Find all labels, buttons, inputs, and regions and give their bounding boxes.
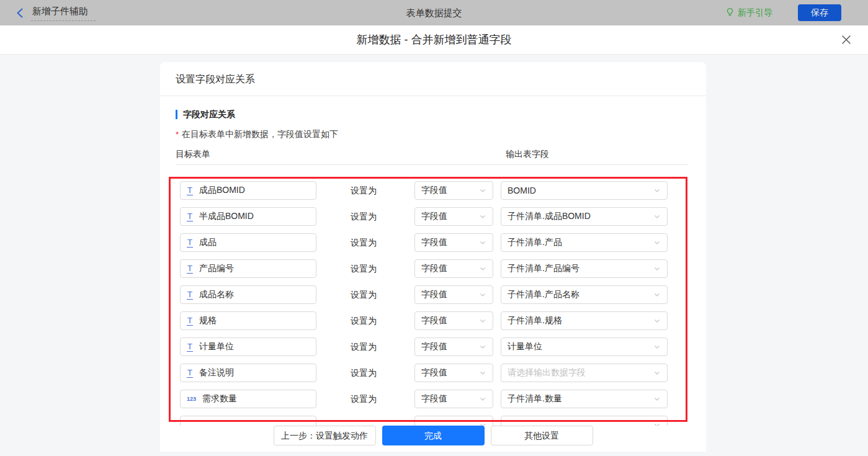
target-field-label: 产品编号 xyxy=(199,263,234,274)
output-field-select[interactable]: 子件清单.产品名称 xyxy=(501,285,668,304)
target-field-input[interactable]: T 成品 xyxy=(180,233,316,252)
chevron-down-icon xyxy=(479,421,486,426)
save-button[interactable]: 保存 xyxy=(798,4,841,21)
target-field-input[interactable]: T 规格 xyxy=(180,311,316,330)
value-type-value: 字段值 xyxy=(421,237,447,248)
value-type-value: 字段值 xyxy=(421,289,447,300)
target-field-label: 成品BOMID xyxy=(199,185,245,196)
dialog-title: 新增数据 - 合并新增到普通字段 xyxy=(0,25,868,54)
output-field-select[interactable]: 子件清单.成品BOMID xyxy=(501,207,668,226)
set-as-label: 设置为 xyxy=(351,282,377,308)
value-type-value: 字段值 xyxy=(421,393,447,405)
output-field-select[interactable]: BOMID xyxy=(501,181,668,200)
text-field-icon: T xyxy=(187,264,193,274)
target-field-input[interactable]: T 成品名称 xyxy=(180,285,316,304)
topbar: 新增子件辅助 表单数据提交 新手引导 保存 xyxy=(0,0,868,25)
card-header: 设置字段对应关系 xyxy=(160,62,706,96)
target-field-input[interactable]: T 计量单位 xyxy=(180,338,316,356)
output-field-select[interactable]: 子件清单.产品编号 xyxy=(501,259,668,278)
target-field-input[interactable]: T 半成品BOMID xyxy=(180,207,316,226)
output-field-value: BOMID xyxy=(508,186,536,195)
output-field-value: 子件清单.产品 xyxy=(508,237,562,248)
required-note: *在目标表单中新增数据，字段值设置如下 xyxy=(176,129,338,140)
column-header-output-fields: 输出表字段 xyxy=(506,149,549,160)
output-field-select[interactable]: 子件清单.数量 xyxy=(501,390,668,408)
output-field-select[interactable]: 请选择输出数据字段 xyxy=(501,364,668,382)
value-type-value: 字段值 xyxy=(421,315,447,326)
close-icon[interactable] xyxy=(841,34,852,45)
text-field-icon: T xyxy=(187,342,193,352)
output-field-select[interactable] xyxy=(501,416,668,426)
field-mapping-row: T 备注说明 设置为 字段值 请选择输出数据字段 xyxy=(160,360,706,386)
value-type-select[interactable]: 字段值 xyxy=(414,181,493,200)
beginner-guide-label: 新手引导 xyxy=(738,7,772,19)
chevron-down-icon xyxy=(479,291,486,298)
prev-step-button[interactable]: 上一步：设置触发动作 xyxy=(274,426,376,445)
chevron-down-icon xyxy=(479,343,486,351)
output-field-select[interactable]: 子件清单.规格 xyxy=(501,311,668,330)
target-field-label: 成品 xyxy=(199,237,217,248)
chevron-down-icon xyxy=(479,317,486,324)
output-field-value: 子件清单.规格 xyxy=(508,315,562,326)
set-as-label: 设置为 xyxy=(351,386,377,412)
text-field-icon: T xyxy=(187,212,193,221)
other-settings-button[interactable]: 其他设置 xyxy=(491,426,593,445)
target-field-label: 备注说明 xyxy=(199,367,234,378)
divider xyxy=(176,164,687,165)
lightbulb-icon xyxy=(725,7,735,19)
beginner-guide-link[interactable]: 新手引导 xyxy=(725,0,772,25)
value-type-select[interactable]: 字段值 xyxy=(414,233,493,252)
target-field-input[interactable] xyxy=(180,416,316,426)
target-field-input[interactable]: T 产品编号 xyxy=(180,259,316,278)
target-field-input[interactable]: T 备注说明 xyxy=(180,364,316,382)
output-field-value: 计量单位 xyxy=(508,341,542,352)
value-type-select[interactable]: 字段值 xyxy=(414,364,493,382)
column-header-target-form: 目标表单 xyxy=(176,149,210,160)
value-type-select[interactable]: 字段值 xyxy=(414,207,493,226)
set-as-label: 设置为 xyxy=(351,256,377,282)
field-mapping-row: T 成品BOMID 设置为 字段值 BOMID xyxy=(160,177,706,203)
value-type-select[interactable]: 字段值 xyxy=(414,259,493,278)
value-type-select[interactable] xyxy=(414,416,493,426)
output-field-value: 请选择输出数据字段 xyxy=(508,367,586,378)
set-as-label: 设置为 xyxy=(351,203,377,230)
chevron-down-icon xyxy=(479,395,486,403)
output-field-value: 子件清单.成品BOMID xyxy=(508,211,591,222)
text-field-icon: T xyxy=(187,186,193,195)
required-asterisk: * xyxy=(176,130,179,139)
set-as-label: 设置为 xyxy=(351,308,377,334)
dialog-header: 新增数据 - 合并新增到普通字段 xyxy=(0,25,868,55)
text-field-icon: T xyxy=(187,238,193,248)
done-button[interactable]: 完成 xyxy=(382,426,485,445)
value-type-select[interactable]: 字段值 xyxy=(414,390,493,408)
chevron-down-icon xyxy=(653,239,661,246)
chevron-down-icon xyxy=(653,291,661,298)
chevron-down-icon xyxy=(479,265,486,272)
output-field-value: 子件清单.数量 xyxy=(508,393,562,405)
value-type-select[interactable]: 字段值 xyxy=(414,338,493,356)
target-field-input[interactable]: T 成品BOMID xyxy=(180,181,316,200)
chevron-down-icon xyxy=(479,187,486,194)
text-field-icon: T xyxy=(187,369,193,378)
dialog-footer: 上一步：设置触发动作 完成 其他设置 xyxy=(160,426,706,452)
chevron-down-icon xyxy=(653,187,661,194)
target-field-label: 规格 xyxy=(199,315,217,326)
target-field-label: 成品名称 xyxy=(199,289,234,300)
chevron-down-icon xyxy=(653,369,661,377)
number-field-icon: 123 xyxy=(187,396,196,402)
value-type-value: 字段值 xyxy=(421,367,447,378)
section-title: 字段对应关系 xyxy=(176,110,235,119)
value-type-select[interactable]: 字段值 xyxy=(414,311,493,330)
chevron-down-icon xyxy=(653,317,661,324)
output-field-select[interactable]: 子件清单.产品 xyxy=(501,233,668,252)
field-mapping-row: T 计量单位 设置为 字段值 计量单位 xyxy=(160,334,706,360)
chevron-down-icon xyxy=(653,265,661,272)
target-field-input[interactable]: 123 需求数量 xyxy=(180,390,316,408)
set-as-label: 设置为 xyxy=(351,360,377,386)
field-mapping-row: T 半成品BOMID 设置为 字段值 子件清单.成品BOMID xyxy=(160,203,706,230)
text-field-icon: T xyxy=(187,316,193,326)
output-field-select[interactable]: 计量单位 xyxy=(501,338,668,356)
target-field-label: 需求数量 xyxy=(202,393,237,405)
field-mapping-row xyxy=(160,412,706,426)
value-type-select[interactable]: 字段值 xyxy=(414,285,493,304)
